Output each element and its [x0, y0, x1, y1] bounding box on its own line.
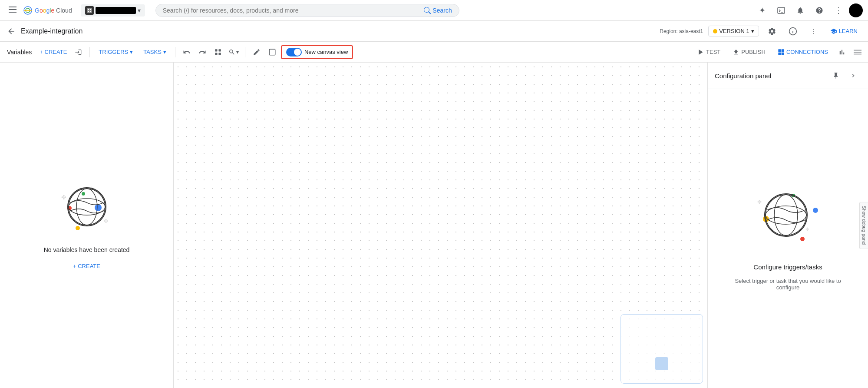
zoom-dropdown: ▾ — [236, 49, 239, 55]
arrange-button[interactable] — [211, 45, 225, 59]
config-title: Configure triggers/tasks — [753, 263, 822, 271]
empty-create-button[interactable]: + CREATE — [69, 260, 104, 272]
toolbar: Variables + CREATE TRIGGERS ▾ TASKS ▾ ▾ — [0, 42, 868, 63]
learn-button[interactable]: LEARN — [827, 26, 861, 36]
search-input[interactable] — [163, 7, 421, 14]
svg-rect-18 — [215, 53, 217, 55]
info-button[interactable] — [785, 23, 801, 39]
deco-3: ✤ — [104, 218, 108, 224]
toggle-switch[interactable] — [286, 48, 302, 56]
svg-rect-10 — [90, 11, 91, 12]
svg-rect-6 — [87, 8, 92, 13]
tasks-dropdown-icon: ▾ — [163, 49, 166, 55]
svg-rect-16 — [215, 49, 217, 51]
divider-3 — [245, 47, 245, 57]
main-layout: ✤ ✤ ✤ No variables have been created + C… — [0, 63, 868, 388]
svg-rect-19 — [218, 53, 221, 55]
svg-rect-2 — [9, 12, 17, 13]
dot-yellow — [76, 226, 80, 230]
empty-illustration: ✤ ✤ ✤ — [56, 179, 117, 239]
config-subtitle: Select trigger or task that you would li… — [732, 278, 845, 291]
undo-button[interactable] — [180, 45, 194, 59]
globe — [67, 187, 106, 226]
more-menu-button[interactable]: ⋮ — [830, 2, 847, 19]
chart-button[interactable] — [835, 45, 849, 59]
zoom-button[interactable]: ▾ — [227, 45, 241, 59]
divider-1 — [89, 47, 90, 57]
svg-rect-17 — [218, 49, 221, 51]
avatar[interactable] — [849, 3, 863, 17]
menu-button[interactable] — [851, 45, 865, 59]
svg-rect-11 — [778, 7, 785, 13]
toggle-knob — [294, 49, 301, 56]
learn-label: LEARN — [839, 28, 858, 34]
logo-text: Google Cloud — [35, 7, 72, 14]
top-nav: Google Cloud ██████████ ▾ Search ✦ ⋮ — [0, 0, 868, 21]
project-dropdown-icon: ▾ — [138, 7, 141, 14]
svg-point-30 — [76, 189, 97, 225]
page-title: Example-integration — [21, 27, 83, 35]
config-dot-red — [800, 237, 805, 241]
canvas-node-inner — [655, 357, 668, 370]
view-toggle-button[interactable] — [265, 45, 279, 59]
svg-point-34 — [765, 206, 806, 224]
svg-point-32 — [765, 194, 806, 235]
close-panel-button[interactable] — [845, 68, 861, 83]
canvas-view-label: New canvas view — [304, 49, 348, 55]
help-button[interactable] — [811, 2, 828, 19]
pin-button[interactable] — [828, 68, 844, 83]
triggers-button[interactable]: TRIGGERS ▾ — [94, 46, 137, 58]
hamburger-menu-button[interactable] — [5, 2, 20, 18]
config-deco-2: ✤ — [805, 227, 809, 232]
triggers-dropdown-icon: ▾ — [130, 49, 133, 55]
svg-rect-25 — [782, 52, 784, 55]
search-button[interactable]: Search — [424, 7, 452, 14]
new-canvas-toggle[interactable]: New canvas view — [281, 45, 353, 59]
bell-button[interactable] — [792, 2, 809, 19]
create-variable-button[interactable]: + CREATE — [36, 46, 70, 58]
divider-2 — [175, 47, 175, 57]
version-selector[interactable]: VERSION 1 ▾ — [708, 26, 759, 36]
canvas-area[interactable] — [174, 63, 707, 388]
left-panel: ✤ ✤ ✤ No variables have been created + C… — [0, 63, 174, 388]
canvas-node[interactable] — [620, 314, 703, 384]
edit-button[interactable] — [250, 45, 264, 59]
project-selector[interactable]: ██████████ ▾ — [81, 4, 145, 17]
debug-panel-tab[interactable]: Show debug panel — [859, 202, 868, 249]
toolbar-right: TEST PUBLISH CONNECTIONS — [692, 45, 865, 59]
deco-1: ✤ — [61, 194, 66, 201]
second-bar: Example-integration Region: asia-east1 V… — [0, 21, 868, 42]
connections-label: CONNECTIONS — [786, 49, 828, 55]
publish-button[interactable]: PUBLISH — [727, 46, 771, 58]
settings-button[interactable] — [764, 23, 780, 39]
ai-icon-button[interactable]: ✦ — [753, 2, 771, 19]
terminal-button[interactable] — [772, 2, 790, 19]
svg-rect-23 — [782, 49, 784, 52]
redo-button[interactable] — [195, 45, 209, 59]
empty-state: ✤ ✤ ✤ No variables have been created + C… — [44, 179, 130, 272]
svg-rect-22 — [778, 49, 781, 52]
config-panel-icons — [828, 68, 861, 83]
svg-rect-20 — [269, 49, 275, 55]
connections-button[interactable]: CONNECTIONS — [772, 46, 833, 58]
svg-rect-7 — [88, 9, 89, 10]
svg-rect-9 — [88, 11, 89, 12]
config-globe — [764, 193, 808, 237]
more-options-button[interactable]: ⋮ — [806, 23, 822, 39]
config-panel-title: Configuration panel — [715, 72, 771, 80]
variables-section: Variables + CREATE — [3, 45, 85, 59]
empty-text: No variables have been created — [44, 246, 130, 253]
test-button[interactable]: TEST — [692, 46, 726, 58]
svg-rect-24 — [778, 52, 781, 55]
collapse-panel-button[interactable] — [71, 45, 85, 59]
svg-rect-1 — [9, 9, 17, 10]
create-label: + CREATE — [73, 263, 100, 269]
back-button[interactable] — [7, 27, 16, 36]
search-bar[interactable]: Search — [155, 4, 459, 17]
config-panel: Configuration panel ✤ ✤ — [707, 63, 868, 388]
search-label: Search — [432, 7, 452, 14]
config-dot-blue — [813, 208, 818, 213]
svg-point-29 — [68, 189, 105, 225]
tasks-button[interactable]: TASKS ▾ — [139, 46, 171, 58]
svg-point-33 — [774, 194, 798, 235]
